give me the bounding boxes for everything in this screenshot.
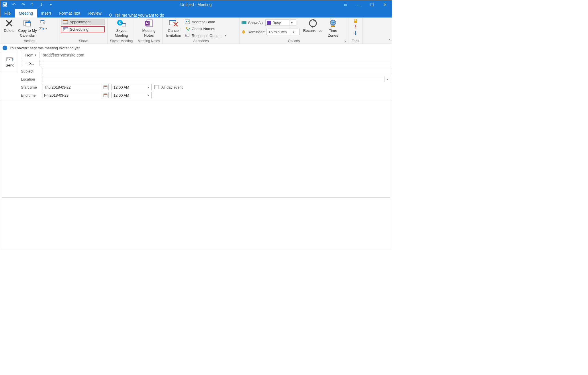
scheduling-button[interactable]: Scheduling — [61, 26, 105, 32]
copy-to-my-calendar-button[interactable]: Copy to My Calendar — [16, 18, 39, 38]
svg-point-38 — [186, 27, 187, 29]
info-icon: i — [3, 46, 7, 50]
to-input[interactable] — [43, 60, 390, 66]
address-book-icon — [185, 19, 190, 24]
location-label: Location — [21, 77, 39, 81]
group-show: Appointment Scheduling Show — [59, 17, 108, 44]
show-as-label: Show As: — [248, 21, 264, 25]
redo-icon[interactable]: ↷ — [19, 0, 28, 9]
ribbon-display-options-icon[interactable]: ▭ — [339, 0, 352, 9]
tell-me-search[interactable]: Tell me what you want to do — [105, 13, 167, 17]
chevron-down-icon: ▾ — [289, 20, 294, 26]
reminder-combo[interactable]: 15 minutes ▾ — [266, 29, 300, 35]
delete-button[interactable]: Delete — [2, 18, 16, 33]
window-title: Untitled - Meeting — [180, 2, 212, 7]
private-button[interactable] — [353, 19, 358, 23]
svg-rect-2 — [3, 3, 5, 4]
svg-rect-16 — [63, 20, 68, 21]
time-zones-button[interactable]: Time Zones — [326, 18, 340, 38]
tell-me-label: Tell me what you want to do — [115, 13, 164, 17]
svg-line-14 — [45, 24, 46, 24]
calendar-picker-icon[interactable] — [102, 92, 108, 98]
busy-swatch-icon — [267, 21, 271, 25]
undo-icon[interactable]: ↶ — [9, 0, 19, 9]
maximize-button[interactable]: ☐ — [365, 0, 379, 9]
svg-rect-58 — [104, 94, 107, 95]
chevron-down-icon[interactable]: ▾ — [145, 92, 151, 98]
group-options: Show As: Busy ▾ Reminder: 15 minutes ▾ — [240, 17, 348, 44]
window-controls: ▭ — ☐ ✕ — [339, 0, 392, 9]
forward-icon — [39, 26, 44, 31]
svg-point-37 — [188, 21, 189, 22]
globe-icon — [328, 19, 338, 28]
forward-button[interactable]: ▾ — [39, 26, 47, 32]
end-time-label: End time — [21, 93, 39, 97]
response-options-button[interactable]: Response Options ▾ — [183, 32, 228, 39]
recurrence-icon — [308, 19, 317, 28]
location-input[interactable]: ▾ — [42, 76, 390, 82]
save-icon[interactable] — [0, 0, 9, 9]
next-item-icon[interactable]: 🡓 — [37, 0, 46, 9]
previous-item-icon[interactable]: 🡑 — [28, 0, 37, 9]
dialog-launcher-icon[interactable]: ↘ — [344, 40, 347, 43]
group-meeting-notes: N Meeting Notes Meeting Notes — [135, 17, 163, 44]
all-day-checkbox[interactable] — [154, 85, 158, 89]
chevron-down-icon[interactable]: ▾ — [385, 76, 390, 82]
from-button[interactable]: From ▾ — [21, 52, 40, 58]
svg-point-43 — [243, 33, 244, 34]
svg-point-46 — [330, 20, 336, 26]
end-date-input[interactable]: Fri 2018-03-23 — [42, 92, 109, 98]
info-bar: i You haven't sent this meeting invitati… — [0, 44, 392, 52]
end-time-input[interactable]: 12:00 AM ▾ — [111, 92, 152, 98]
tab-file[interactable]: File — [0, 9, 15, 17]
reminder-icon — [241, 30, 246, 34]
tab-review[interactable]: Review — [84, 9, 105, 17]
skype-meeting-button[interactable]: S Skype Meeting — [113, 18, 130, 38]
calendar-copy-icon — [23, 19, 32, 28]
tab-insert[interactable]: Insert — [37, 9, 55, 17]
chevron-down-icon: ▾ — [35, 54, 36, 56]
exclamation-icon: ! — [355, 24, 356, 30]
message-body[interactable] — [2, 100, 390, 198]
svg-text:S: S — [119, 21, 121, 25]
skype-icon: S — [117, 19, 126, 28]
subject-input[interactable] — [42, 68, 390, 74]
tab-format-text[interactable]: Format Text — [55, 9, 84, 17]
collapse-ribbon-icon[interactable]: ˆ — [389, 39, 390, 43]
show-as-combo[interactable]: Busy ▾ — [265, 19, 296, 26]
svg-rect-50 — [354, 21, 357, 23]
calendar-button[interactable] — [39, 19, 47, 25]
close-button[interactable]: ✕ — [379, 0, 392, 9]
reminder-label: Reminder: — [248, 30, 265, 34]
send-button[interactable]: Send — [2, 52, 18, 72]
meeting-notes-button[interactable]: N Meeting Notes — [140, 18, 157, 38]
check-names-icon — [185, 26, 190, 31]
start-time-input[interactable]: 12:00 AM ▾ — [111, 84, 152, 90]
customize-qat-icon[interactable]: ▾ — [46, 0, 55, 9]
calendar-picker-icon[interactable] — [102, 84, 108, 90]
onenote-icon: N — [144, 19, 154, 28]
to-button[interactable]: To... — [21, 60, 40, 66]
address-book-button[interactable]: Address Book — [183, 19, 228, 25]
svg-rect-56 — [104, 86, 107, 87]
svg-rect-3 — [3, 5, 6, 6]
tab-meeting[interactable]: Meeting — [15, 9, 37, 17]
delete-icon — [5, 19, 14, 28]
check-names-button[interactable]: Check Names — [183, 26, 228, 32]
recurrence-button[interactable]: Recurrence — [301, 18, 324, 33]
low-importance-button[interactable]: 🡓 — [353, 30, 358, 36]
minimize-button[interactable]: — — [352, 0, 365, 9]
appointment-button[interactable]: Appointment — [61, 19, 105, 25]
svg-point-36 — [186, 21, 187, 22]
start-time-label: Start time — [21, 85, 39, 89]
svg-marker-45 — [311, 26, 313, 28]
send-icon — [6, 57, 14, 62]
high-importance-button[interactable]: ! — [355, 24, 356, 30]
chevron-down-icon[interactable]: ▾ — [145, 84, 151, 90]
quick-access-toolbar: ↶ ↷ 🡑 🡓 ▾ — [0, 0, 55, 9]
group-skype-meeting: S Skype Meeting Skype Meeting — [108, 17, 135, 44]
start-date-input[interactable]: Thu 2018-03-22 — [42, 84, 109, 90]
lock-icon — [353, 19, 358, 23]
cancel-invitation-button[interactable]: Cancel Invitation — [164, 18, 183, 38]
svg-rect-42 — [241, 21, 242, 24]
